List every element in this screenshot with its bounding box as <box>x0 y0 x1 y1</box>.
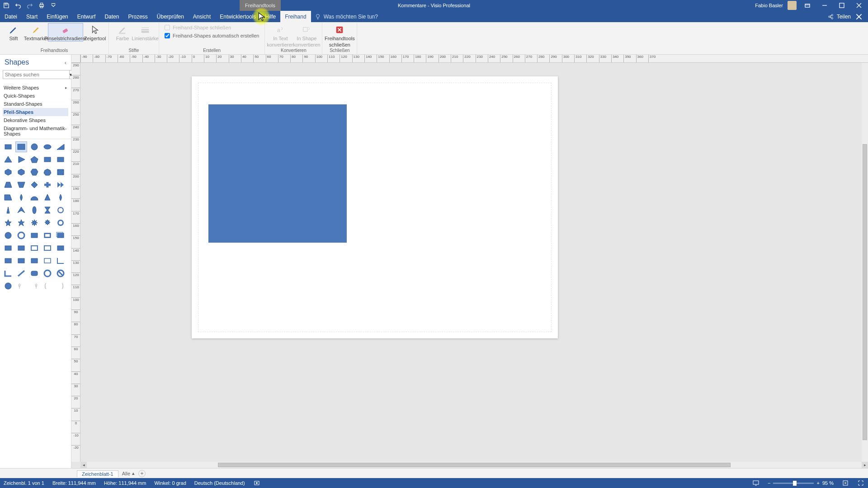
vertical-scrollbar[interactable] <box>862 63 868 462</box>
zoom-slider[interactable] <box>773 483 814 484</box>
shape-stencil-item[interactable] <box>42 180 53 190</box>
shape-stencil-item[interactable] <box>3 268 14 278</box>
sheet-tab-zeichenblatt-1[interactable]: Zeichenblatt-1 <box>77 470 118 477</box>
scrollbar-thumb[interactable] <box>218 463 731 467</box>
cat-pfeil-shapes[interactable]: Pfeil-Shapes <box>3 108 68 116</box>
tab-einfuegen[interactable]: Einfügen <box>42 11 72 22</box>
horizontal-scrollbar[interactable]: ◂ ▸ <box>80 462 868 468</box>
shape-stencil-item[interactable] <box>16 192 27 202</box>
shape-stencil-item[interactable] <box>29 167 40 177</box>
ribbon-display-options-icon[interactable] <box>801 1 814 10</box>
shape-stencil-item[interactable] <box>55 256 66 266</box>
shape-stencil-item[interactable] <box>16 256 27 266</box>
user-name[interactable]: Fabio Basler <box>755 3 783 8</box>
shape-stencil-item[interactable] <box>16 142 27 152</box>
shape-stencil-item[interactable] <box>55 142 66 152</box>
shape-stencil-item[interactable] <box>29 281 40 291</box>
shape-stencil-item[interactable] <box>55 192 66 202</box>
shape-stencil-item[interactable] <box>16 155 27 164</box>
shape-stencil-item[interactable] <box>55 205 66 215</box>
ruler-vertical[interactable]: 2902802702602502402302202102001901801701… <box>71 63 80 462</box>
shape-stencil-item[interactable] <box>29 180 40 190</box>
tab-entwicklertools[interactable]: Entwicklertools <box>215 11 260 22</box>
close-pane-icon[interactable] <box>854 14 864 20</box>
shape-stencil-item[interactable] <box>29 142 40 152</box>
close-icon[interactable] <box>853 1 865 10</box>
shape-stencil-item[interactable] <box>3 142 14 152</box>
tab-entwurf[interactable]: Entwurf <box>73 11 100 22</box>
drawing-page[interactable] <box>192 76 558 338</box>
shape-stencil-item[interactable] <box>16 180 27 190</box>
share-button[interactable]: Teilen <box>837 14 851 20</box>
shape-stencil-item[interactable] <box>42 155 53 164</box>
shape-stencil-item[interactable] <box>42 218 53 228</box>
shape-stencil-item[interactable] <box>29 192 40 202</box>
cat-weitere-shapes[interactable]: Weitere Shapes▸ <box>3 84 68 92</box>
collapse-panel-icon[interactable]: ‹ <box>65 59 66 66</box>
shape-stencil-item[interactable] <box>29 268 40 278</box>
shape-stencil-item[interactable] <box>29 256 40 266</box>
shape-stencil-item[interactable] <box>3 167 14 177</box>
textmarker-button[interactable]: Textmarker <box>25 23 47 42</box>
ruler-horizontal[interactable]: -90-80-70-60-50-40-30-20-100102030405060… <box>80 55 868 63</box>
shape-stencil-item[interactable] <box>55 218 66 228</box>
qat-customize-icon[interactable] <box>50 2 57 9</box>
add-sheet-button[interactable]: + <box>138 470 146 477</box>
shape-stencil-item[interactable] <box>16 205 27 215</box>
cat-standard-shapes[interactable]: Standard-Shapes <box>3 100 68 108</box>
tab-start[interactable]: Start <box>22 11 42 22</box>
zoom-control[interactable]: − + 95 % <box>768 480 834 486</box>
tab-hilfe[interactable]: Hilfe <box>260 11 280 22</box>
shape-stencil-item[interactable] <box>3 205 14 215</box>
user-avatar[interactable] <box>788 1 797 10</box>
shape-stencil-item[interactable] <box>42 230 53 240</box>
zoom-value[interactable]: 95 % <box>822 480 834 486</box>
cat-dekorative-shapes[interactable]: Dekorative Shapes <box>3 116 68 124</box>
shape-stencil-item[interactable] <box>42 192 53 202</box>
shape-stencil-item[interactable] <box>16 281 27 291</box>
scrollbar-thumb[interactable] <box>863 144 867 440</box>
tab-daten[interactable]: Daten <box>100 11 123 22</box>
shape-stencil-item[interactable] <box>42 256 53 266</box>
shape-stencil-item[interactable] <box>55 268 66 278</box>
shapes-search[interactable]: ▾ <box>3 70 68 79</box>
scroll-left-icon[interactable]: ◂ <box>80 462 87 468</box>
shape-stencil-item[interactable] <box>3 192 14 202</box>
save-icon[interactable] <box>3 2 10 9</box>
status-language[interactable]: Deutsch (Deutschland) <box>194 480 245 486</box>
shape-stencil-item[interactable] <box>3 155 14 164</box>
zoom-slider-knob[interactable] <box>793 481 797 486</box>
sheet-tab-all[interactable]: Alle ▴ <box>122 470 135 476</box>
shape-stencil-item[interactable] <box>3 180 14 190</box>
presentation-mode-icon[interactable] <box>752 479 760 487</box>
shape-stencil-item[interactable] <box>55 167 66 177</box>
shape-stencil-item[interactable] <box>29 243 40 253</box>
drawing-canvas[interactable] <box>80 63 868 462</box>
shape-stencil-item[interactable] <box>29 218 40 228</box>
shape-stencil-item[interactable] <box>55 281 66 291</box>
shape-stencil-item[interactable] <box>29 155 40 164</box>
checkbox[interactable] <box>165 33 170 38</box>
auto-create-shapes-checkbox[interactable]: Freihand-Shapes automatisch erstellen <box>165 33 259 38</box>
shape-stencil-item[interactable] <box>16 167 27 177</box>
share-icon[interactable] <box>828 14 834 20</box>
shapes-search-input[interactable] <box>3 70 70 79</box>
tell-me-search[interactable]: Was möchten Sie tun? <box>311 11 382 22</box>
shape-stencil-item[interactable] <box>42 142 53 152</box>
zoom-in-icon[interactable]: + <box>816 480 819 486</box>
tab-ansicht[interactable]: Ansicht <box>189 11 215 22</box>
shape-stencil-item[interactable] <box>42 281 53 291</box>
undo-icon[interactable] <box>14 2 22 9</box>
tab-prozess[interactable]: Prozess <box>123 11 152 22</box>
shape-stencil-item[interactable] <box>16 243 27 253</box>
macro-record-icon[interactable] <box>253 479 260 487</box>
tab-datei[interactable]: Datei <box>0 11 22 22</box>
shape-stencil-item[interactable] <box>3 281 14 291</box>
shape-stencil-item[interactable] <box>16 218 27 228</box>
fit-window-icon[interactable] <box>857 479 864 487</box>
cat-quick-shapes[interactable]: Quick-Shapes <box>3 92 68 100</box>
zoom-out-icon[interactable]: − <box>768 480 770 486</box>
maximize-icon[interactable] <box>835 1 848 10</box>
blue-rectangle-shape[interactable] <box>208 104 347 243</box>
freihandtools-schliessen-button[interactable]: Freihandtools schließen <box>325 23 354 48</box>
